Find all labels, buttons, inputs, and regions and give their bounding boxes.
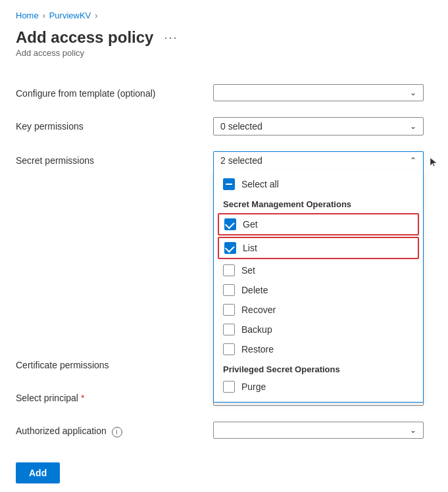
recover-item[interactable]: Recover bbox=[214, 300, 423, 320]
chevron-down-icon: ⌄ bbox=[410, 426, 416, 435]
secret-permissions-panel: Select all Secret Management Operations … bbox=[213, 169, 424, 403]
chevron-down-icon: ⌄ bbox=[410, 88, 416, 97]
form-section: Configure from template (optional) ⌄ Key… bbox=[16, 76, 432, 483]
backup-label: Backup bbox=[241, 324, 272, 335]
privileged-secret-section-header: Privileged Secret Operations bbox=[214, 359, 423, 377]
page-title-container: Add access policy ··· bbox=[16, 28, 432, 47]
page-subtitle: Add access policy bbox=[16, 48, 432, 58]
restore-item[interactable]: Restore bbox=[214, 339, 423, 359]
select-all-label: Select all bbox=[241, 179, 279, 189]
key-permissions-value: 0 selected bbox=[220, 121, 262, 132]
secret-permissions-dropdown[interactable]: 2 selected ⌃ bbox=[213, 151, 424, 169]
restore-checkbox[interactable] bbox=[223, 343, 235, 355]
configure-template-row: Configure from template (optional) ⌄ bbox=[16, 76, 432, 109]
required-star: * bbox=[81, 393, 84, 403]
purge-checkbox[interactable] bbox=[223, 381, 235, 393]
get-checkbox[interactable] bbox=[224, 218, 236, 230]
authorized-application-row: Authorized application i ⌄ bbox=[16, 414, 432, 447]
set-label: Set bbox=[241, 265, 255, 276]
breadcrumb-sep-2: › bbox=[95, 11, 97, 20]
get-item[interactable]: Get bbox=[218, 213, 419, 235]
add-button-container: Add bbox=[16, 457, 432, 483]
secret-permissions-value: 2 selected bbox=[220, 155, 262, 166]
breadcrumb-sep-1: › bbox=[43, 11, 45, 20]
certificate-permissions-label: Certificate permissions bbox=[16, 356, 213, 370]
authorized-application-dropdown[interactable]: ⌄ bbox=[213, 422, 424, 439]
backup-item[interactable]: Backup bbox=[214, 320, 423, 339]
configure-template-label: Configure from template (optional) bbox=[16, 84, 213, 99]
purge-item[interactable]: Purge bbox=[214, 377, 423, 397]
backup-checkbox[interactable] bbox=[223, 324, 235, 335]
add-button[interactable]: Add bbox=[16, 462, 60, 483]
key-permissions-label: Key permissions bbox=[16, 117, 213, 132]
secret-permissions-label: Secret permissions bbox=[16, 151, 213, 166]
recover-checkbox[interactable] bbox=[223, 304, 235, 316]
chevron-up-icon: ⌃ bbox=[410, 156, 416, 165]
delete-label: Delete bbox=[241, 285, 268, 295]
select-all-checkbox[interactable] bbox=[223, 178, 235, 190]
list-label: List bbox=[243, 243, 257, 253]
key-permissions-row: Key permissions 0 selected ⌄ bbox=[16, 109, 432, 143]
cursor-indicator bbox=[429, 157, 438, 170]
secret-mgmt-section-header: Secret Management Operations bbox=[214, 194, 423, 212]
purge-label: Purge bbox=[241, 381, 266, 392]
breadcrumb-purviewkv[interactable]: PurviewKV bbox=[49, 11, 91, 20]
breadcrumb: Home › PurviewKV › bbox=[16, 11, 432, 20]
list-checkbox[interactable] bbox=[224, 242, 236, 254]
breadcrumb-home[interactable]: Home bbox=[16, 11, 39, 20]
info-icon[interactable]: i bbox=[112, 427, 122, 437]
secret-permissions-wrapper: 2 selected ⌃ Select all Secret Managemen… bbox=[213, 151, 424, 169]
authorized-application-label: Authorized application i bbox=[16, 422, 213, 437]
list-item[interactable]: List bbox=[218, 237, 419, 259]
set-item[interactable]: Set bbox=[214, 260, 423, 280]
set-checkbox[interactable] bbox=[223, 264, 235, 276]
chevron-down-icon: ⌄ bbox=[410, 122, 416, 131]
key-permissions-dropdown[interactable]: 0 selected ⌄ bbox=[213, 117, 424, 135]
select-all-item[interactable]: Select all bbox=[214, 174, 423, 194]
select-principal-label: Select principal* bbox=[16, 389, 213, 403]
delete-checkbox[interactable] bbox=[223, 284, 235, 296]
configure-template-dropdown[interactable]: ⌄ bbox=[213, 84, 424, 101]
ellipsis-button[interactable]: ··· bbox=[160, 30, 182, 46]
restore-label: Restore bbox=[241, 344, 274, 355]
secret-permissions-row: Secret permissions 2 selected ⌃ Select a… bbox=[16, 143, 432, 177]
get-label: Get bbox=[243, 219, 258, 230]
delete-item[interactable]: Delete bbox=[214, 280, 423, 300]
recover-label: Recover bbox=[241, 305, 276, 315]
page-title: Add access policy bbox=[16, 28, 153, 47]
